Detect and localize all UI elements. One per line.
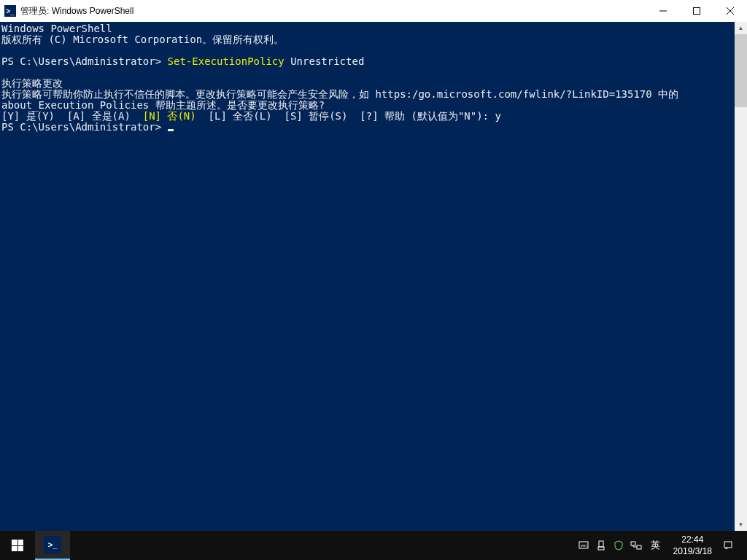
svg-rect-8 [631, 542, 635, 545]
svg-rect-9 [637, 545, 641, 549]
close-button[interactable] [713, 0, 747, 22]
taskbar-item-powershell[interactable]: >_ [35, 531, 70, 560]
scroll-down-icon[interactable]: ▼ [735, 518, 747, 531]
powershell-icon: >_ [44, 536, 61, 553]
network-icon[interactable] [630, 540, 642, 551]
titlebar: >_ 管理员: Windows PowerShell [0, 0, 747, 22]
vertical-scrollbar[interactable]: ▲ ▼ [735, 22, 747, 531]
notifications-icon[interactable] [722, 540, 734, 551]
option-rest: [L] 全否(L) [S] 暂停(S) [?] 帮助 (默认值为"N"): y [196, 110, 501, 122]
cursor [168, 129, 174, 131]
svg-text:vm: vm [581, 543, 587, 548]
command-arg: Unrestricted [285, 55, 365, 67]
svg-rect-6 [599, 541, 603, 547]
clock-date: 2019/3/18 [673, 545, 712, 557]
security-icon[interactable] [613, 540, 624, 551]
option-no-default: [N] 否(N) [143, 110, 196, 122]
policy-text-line: about_Execution_Policies 帮助主题所述。是否要更改执行策… [1, 99, 325, 111]
minimize-button[interactable] [646, 0, 680, 22]
console-output[interactable]: Windows PowerShell 版权所有 (C) Microsoft Co… [0, 22, 747, 531]
prompt: PS C:\Users\Administrator> [1, 55, 168, 67]
start-button[interactable] [0, 531, 35, 560]
powershell-icon: >_ [4, 5, 16, 17]
system-tray: vm 英 22:44 2019/3/18 [578, 531, 747, 560]
scrollbar-thumb[interactable] [735, 34, 747, 107]
window-title: 管理员: Windows PowerShell [20, 5, 646, 18]
scroll-up-icon[interactable]: ▲ [735, 22, 747, 34]
windows-logo-icon [12, 540, 23, 551]
console-header: Windows PowerShell [1, 23, 112, 34]
maximize-button[interactable] [680, 0, 713, 22]
svg-rect-1 [694, 8, 700, 15]
policy-change-title: 执行策略更改 [1, 77, 63, 89]
clock-time: 22:44 [673, 534, 712, 545]
command-name: Set-ExecutionPolicy [168, 55, 285, 67]
prompt: PS C:\Users\Administrator> [1, 121, 168, 133]
svg-rect-10 [724, 542, 732, 548]
window-controls [646, 0, 747, 22]
taskbar: >_ vm 英 22:44 2019/3/18 [0, 531, 747, 560]
option-yes-all: [Y] 是(Y) [A] 全是(A) [1, 110, 143, 122]
safe-remove-icon[interactable] [595, 540, 607, 551]
clock[interactable]: 22:44 2019/3/18 [669, 534, 716, 557]
svg-rect-7 [598, 547, 604, 550]
ime-indicator[interactable]: 英 [648, 539, 663, 552]
vmware-tools-icon[interactable]: vm [578, 540, 589, 551]
console-copyright: 版权所有 (C) Microsoft Corporation。保留所有权利。 [1, 34, 284, 45]
policy-text-line: 执行策略可帮助你防止执行不信任的脚本。更改执行策略可能会产生安全风险，如 htt… [1, 88, 678, 100]
